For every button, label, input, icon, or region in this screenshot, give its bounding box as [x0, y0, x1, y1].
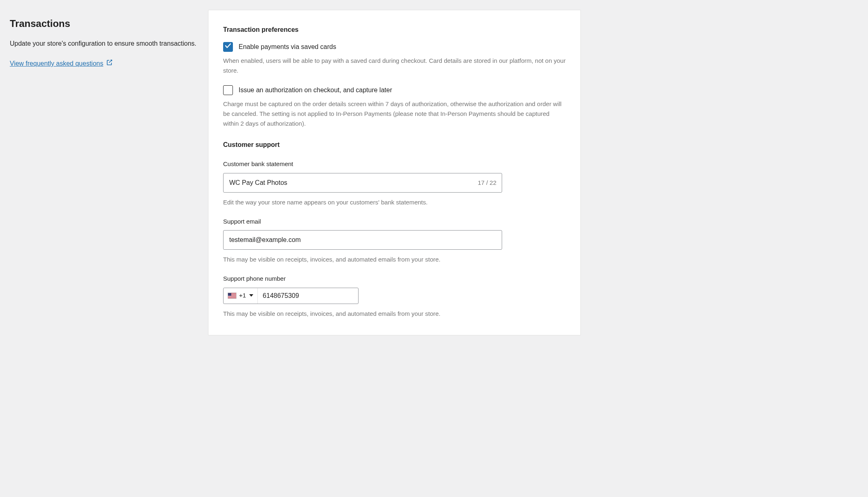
- support-phone-field-group: Support phone number +1 This may be visi…: [223, 274, 566, 319]
- faq-link-text: View frequently asked questions: [10, 59, 103, 69]
- bank-statement-field-group: Customer bank statement 17 / 22 Edit the…: [223, 160, 566, 207]
- dial-code: +1: [239, 291, 246, 300]
- sidebar-description: Update your store's configuration to ens…: [10, 38, 198, 49]
- svg-marker-0: [249, 294, 253, 297]
- settings-panel: Transaction preferences Enable payments …: [208, 10, 581, 335]
- sidebar-title: Transactions: [10, 16, 198, 31]
- support-phone-help: This may be visible on receipts, invoice…: [223, 309, 566, 319]
- saved-cards-option: Enable payments via saved cards: [223, 42, 566, 52]
- support-email-field-group: Support email This may be visible on rec…: [223, 217, 566, 265]
- settings-sidebar: Transactions Update your store's configu…: [0, 0, 208, 345]
- checkmark-icon: [224, 42, 232, 52]
- support-email-help: This may be visible on receipts, invoice…: [223, 255, 566, 264]
- saved-cards-help: When enabled, users will be able to pay …: [223, 56, 566, 75]
- auth-capture-help: Charge must be captured on the order det…: [223, 99, 566, 129]
- phone-number-input[interactable]: [258, 288, 358, 304]
- bank-statement-label: Customer bank statement: [223, 160, 566, 169]
- support-phone-label: Support phone number: [223, 274, 566, 284]
- faq-link[interactable]: View frequently asked questions: [10, 59, 113, 69]
- saved-cards-label: Enable payments via saved cards: [239, 42, 336, 52]
- chevron-down-icon: [248, 291, 253, 300]
- auth-capture-label: Issue an authorization on checkout, and …: [239, 85, 392, 95]
- auth-capture-checkbox[interactable]: [223, 85, 233, 95]
- saved-cards-checkbox[interactable]: [223, 42, 233, 52]
- auth-capture-option: Issue an authorization on checkout, and …: [223, 85, 566, 95]
- external-link-icon: [106, 59, 113, 69]
- support-email-label: Support email: [223, 217, 566, 226]
- support-email-input[interactable]: [223, 230, 502, 250]
- us-flag-icon: [228, 293, 237, 299]
- customer-support-heading: Customer support: [223, 140, 566, 150]
- bank-statement-help: Edit the way your store name appears on …: [223, 197, 566, 207]
- transaction-preferences-heading: Transaction preferences: [223, 25, 566, 35]
- phone-country-selector[interactable]: +1: [224, 288, 258, 304]
- bank-statement-input[interactable]: [223, 173, 502, 193]
- phone-input-wrap: +1: [223, 288, 359, 304]
